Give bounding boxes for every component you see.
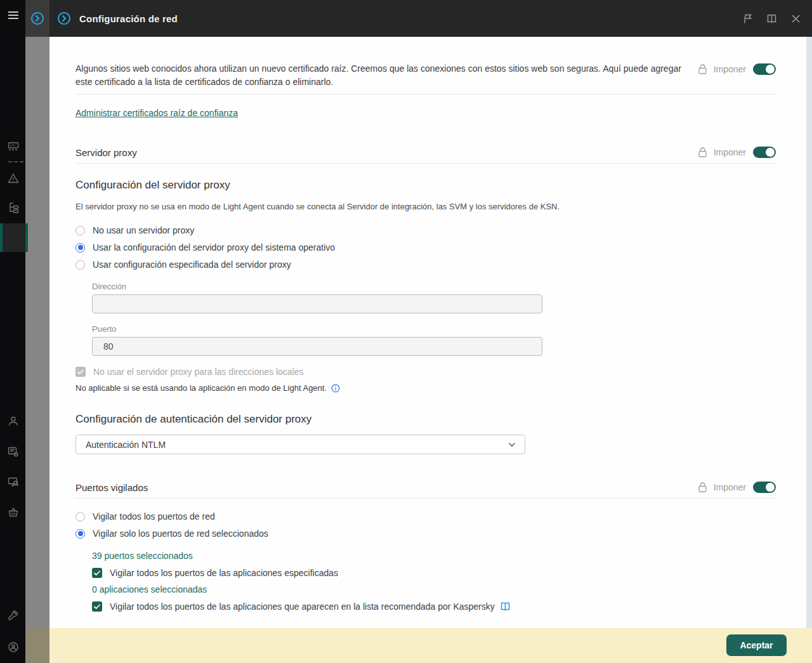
selected-apps-link[interactable]: 0 aplicaciones seleccionadas <box>92 584 207 594</box>
warning-triangle-icon[interactable] <box>8 173 19 184</box>
kaspersky-list-checkbox-row[interactable]: Vigilar todos los puertos de las aplicac… <box>92 601 776 612</box>
radio-selected[interactable] <box>75 243 85 253</box>
radio-unselected[interactable] <box>75 226 85 235</box>
proxy-option-custom[interactable]: Usar configuración especificada del serv… <box>75 259 776 270</box>
divider <box>75 498 776 499</box>
address-input <box>92 294 542 313</box>
ports-enforce-group: Imponer <box>698 482 776 493</box>
dimmed-top-bar <box>25 0 49 37</box>
hamburger-menu-icon[interactable] <box>8 10 19 21</box>
certificates-section: Algunos sitios web conocidos ahora utili… <box>75 62 776 89</box>
book-icon[interactable] <box>500 602 511 611</box>
divider <box>75 94 776 95</box>
divider <box>75 163 776 164</box>
devices-icon[interactable] <box>8 141 19 152</box>
nav-item-selected[interactable] <box>0 223 25 252</box>
info-icon[interactable] <box>331 384 340 393</box>
accept-button[interactable]: Aceptar <box>726 634 787 656</box>
selected-ports-link[interactable]: 39 puertos seleccionados <box>92 551 193 561</box>
certificates-description: Algunos sitios web conocidos ahora utili… <box>75 62 684 89</box>
checkbox-checked[interactable] <box>92 601 102 612</box>
window-header: Configuración de red <box>49 0 812 37</box>
port-label: Puerto <box>92 324 776 334</box>
app-badge-icon <box>30 11 44 25</box>
proxy-auth-title: Configuración de autenticación del servi… <box>75 413 776 426</box>
radio-unselected[interactable] <box>75 512 85 522</box>
close-icon[interactable] <box>790 13 801 24</box>
help-book-icon[interactable] <box>766 13 777 24</box>
enforce-label: Imponer <box>714 147 746 157</box>
proxy-section-header: Servidor proxy Imponer <box>75 147 776 158</box>
flag-icon[interactable] <box>742 13 753 24</box>
certificates-enforce-toggle[interactable] <box>753 63 776 75</box>
ports-enforce-toggle[interactable] <box>753 482 776 493</box>
enforce-label: Imponer <box>714 482 746 492</box>
apps-ports-checkbox-row[interactable]: Vigilar todos los puertos de las aplicac… <box>92 568 776 578</box>
lock-icon <box>698 147 707 157</box>
bypass-local-checkbox-row: No usar el servidor proxy para las direc… <box>75 367 776 377</box>
policies-icon[interactable] <box>8 446 19 457</box>
checkbox-checked-disabled <box>75 367 86 377</box>
ports-radio-group: Vigilar todos los puertos de red Vigilar… <box>75 511 776 539</box>
proxy-note: El servidor proxy no se usa en modo de L… <box>75 202 776 211</box>
proxy-enforce-group: Imponer <box>698 147 776 158</box>
proxy-section-title: Servidor proxy <box>75 147 137 158</box>
main-nav-sidebar <box>0 0 25 663</box>
ports-section-title: Puertos vigilados <box>75 482 148 493</box>
proxy-fields: Dirección Puerto <box>92 282 776 356</box>
ports-details: 39 puertos seleccionados Vigilar todos l… <box>92 539 776 612</box>
ports-section-header: Puertos vigilados Imponer <box>75 482 776 493</box>
proxy-config-title: Configuración del servidor proxy <box>75 179 776 192</box>
proxy-option-none[interactable]: No usar un servidor proxy <box>75 225 776 235</box>
radio-unselected[interactable] <box>75 260 85 270</box>
enforce-label: Imponer <box>714 64 746 74</box>
scrollbar[interactable] <box>806 37 812 628</box>
certificates-enforce-group: Imponer <box>698 63 776 75</box>
marketplace-icon[interactable] <box>8 507 19 518</box>
chevron-down-icon <box>509 443 515 447</box>
port-input <box>92 337 542 356</box>
lock-icon <box>698 64 707 74</box>
settings-content: Algunos sitios web conocidos ahora utili… <box>49 37 806 628</box>
ports-option-all[interactable]: Vigilar todos los puertos de red <box>75 511 776 522</box>
dimmed-background-column <box>25 0 49 663</box>
footer-bar: Aceptar <box>49 628 812 663</box>
address-label: Dirección <box>92 282 776 291</box>
nav-selected-indicator <box>25 223 28 252</box>
not-applicable-note: No aplicable si se está usando la aplica… <box>75 383 776 393</box>
page-title: Configuración de red <box>79 13 178 24</box>
discovery-icon[interactable] <box>8 476 19 488</box>
nav-separator <box>8 161 23 162</box>
app-badge-icon <box>57 11 71 25</box>
manage-certificates-link[interactable]: Administrar certificados raíz de confian… <box>75 108 238 118</box>
proxy-auth-select[interactable]: Autenticación NTLM <box>75 435 525 454</box>
proxy-auth-value: Autenticación NTLM <box>86 440 166 450</box>
wrench-icon[interactable] <box>8 610 19 622</box>
checkbox-checked[interactable] <box>92 568 102 578</box>
proxy-enforce-toggle[interactable] <box>753 147 776 158</box>
proxy-radio-group: No usar un servidor proxy Usar la config… <box>75 225 776 270</box>
radio-selected[interactable] <box>75 529 85 539</box>
hierarchy-icon[interactable] <box>8 202 19 213</box>
dimmed-footer-strip <box>25 628 49 663</box>
ports-option-selected[interactable]: Vigilar solo los puertos de red seleccio… <box>75 528 776 539</box>
proxy-option-os[interactable]: Usar la configuración del servidor proxy… <box>75 242 776 253</box>
lock-icon <box>698 482 707 492</box>
user-icon[interactable] <box>8 416 19 427</box>
support-icon[interactable] <box>8 641 19 653</box>
